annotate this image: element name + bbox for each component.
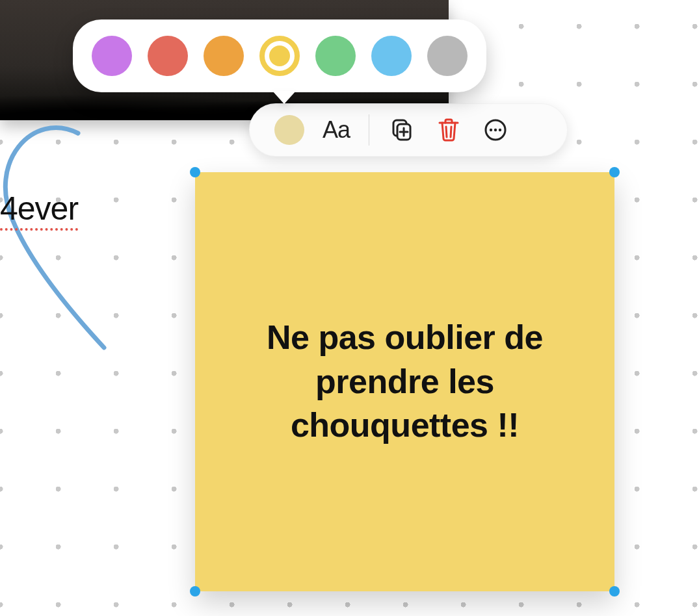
hand-drawn-heart-stroke [0, 123, 176, 357]
text-style-button[interactable]: Aa [313, 110, 360, 149]
color-swatch-blue[interactable] [371, 36, 412, 76]
color-swatch-yellow[interactable] [259, 36, 300, 76]
freeform-canvas[interactable]: 4ever Ne pas oublier de prendre les chou… [0, 0, 699, 616]
svg-line-5 [451, 127, 451, 137]
color-swatch-red[interactable] [148, 36, 188, 76]
selection-handle-top-right[interactable] [609, 167, 620, 177]
context-toolbar: Aa [249, 103, 568, 157]
toolbar-divider [369, 114, 369, 146]
color-swatch-green[interactable] [315, 36, 356, 76]
selection-handle-bottom-right[interactable] [609, 586, 620, 597]
selection-handle-bottom-left[interactable] [190, 586, 200, 597]
duplicate-button[interactable] [378, 110, 425, 149]
svg-point-9 [499, 129, 501, 131]
text-style-label: Aa [323, 116, 350, 144]
more-icon [483, 118, 508, 142]
color-swatch-purple[interactable] [92, 36, 132, 76]
color-popover [73, 19, 486, 92]
canvas-text-fragment[interactable]: 4ever [0, 190, 78, 227]
svg-point-8 [494, 129, 497, 131]
duplicate-icon [389, 118, 414, 142]
canvas-text-fragment-label: 4ever [0, 190, 78, 231]
more-button[interactable] [472, 110, 519, 149]
color-button[interactable] [266, 110, 313, 149]
svg-point-7 [490, 129, 492, 131]
trash-icon [437, 117, 460, 143]
current-color-chip [274, 115, 304, 145]
selection-handle-top-left[interactable] [190, 167, 200, 177]
delete-button[interactable] [425, 110, 472, 149]
color-swatch-orange[interactable] [204, 36, 244, 76]
sticky-note-text: Ne pas oublier de prendre les chouquette… [221, 316, 588, 448]
color-swatch-gray[interactable] [427, 36, 468, 76]
svg-line-4 [446, 127, 447, 137]
sticky-note[interactable]: Ne pas oublier de prendre les chouquette… [195, 172, 614, 591]
